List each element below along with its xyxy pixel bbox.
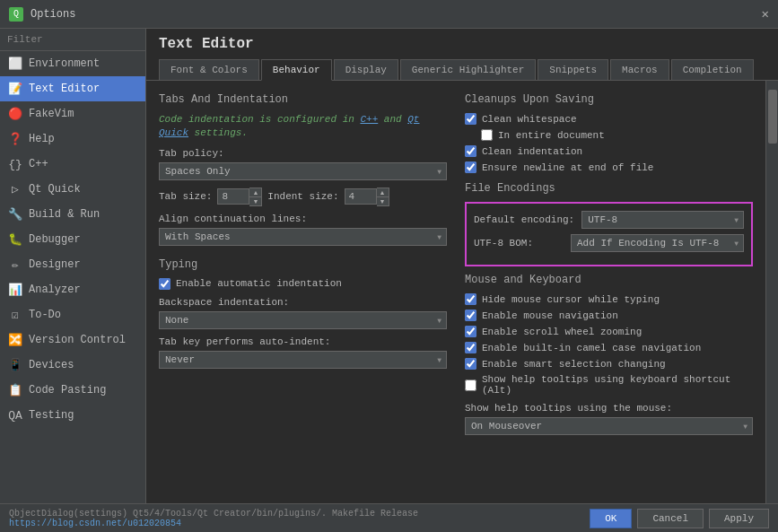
utf8-bom-select[interactable]: Add If Encoding Is UTF-8 Always Add Alwa… bbox=[571, 234, 744, 252]
tab-size-up[interactable]: ▲ bbox=[249, 188, 261, 197]
indent-size-input[interactable] bbox=[345, 188, 377, 205]
sidebar-item-code-pasting[interactable]: 📋Code Pasting bbox=[0, 378, 145, 403]
apply-button[interactable]: Apply bbox=[709, 509, 769, 528]
auto-indent-label: Enable automatic indentation bbox=[176, 278, 342, 289]
enable-smart-selection-row: Enable smart selection changing bbox=[465, 358, 753, 370]
tab-size-input[interactable] bbox=[217, 188, 249, 205]
align-continuation-select[interactable]: With Spaces With Tabs None bbox=[159, 228, 447, 246]
sidebar-item-devices[interactable]: 📱Devices bbox=[0, 353, 145, 378]
title-bar: Q Options ✕ bbox=[0, 0, 778, 29]
sidebar-item-environment[interactable]: ⬜Environment bbox=[0, 51, 145, 76]
enable-smart-selection-checkbox[interactable] bbox=[465, 358, 476, 370]
tab-size-label: Tab size: bbox=[159, 191, 212, 202]
fakevim-icon: 🔴 bbox=[7, 106, 23, 122]
content-header: Text Editor Font & ColorsBehaviorDisplay… bbox=[146, 29, 778, 81]
sidebar-item-testing[interactable]: QATesting bbox=[0, 403, 145, 428]
indent-size-up[interactable]: ▲ bbox=[377, 188, 389, 197]
sidebar-item-fakevim[interactable]: 🔴FakeVim bbox=[0, 101, 145, 126]
tab-display[interactable]: Display bbox=[334, 59, 398, 80]
panel-content: Tabs And Indentation Code indentation is… bbox=[146, 81, 778, 503]
cpp-link[interactable]: C++ bbox=[360, 114, 378, 125]
clean-whitespace-checkbox[interactable] bbox=[465, 113, 476, 125]
tab-completion[interactable]: Completion bbox=[671, 59, 754, 80]
typing-section-title: Typing bbox=[159, 258, 447, 271]
sidebar-item-label-todo: To-Do bbox=[29, 309, 61, 321]
sidebar-item-qt-quick[interactable]: ▷Qt Quick bbox=[0, 177, 145, 202]
indent-size-spinner: ▲ ▼ bbox=[377, 188, 389, 206]
app-icon: Q bbox=[9, 7, 23, 22]
sidebar-item-label-devices: Devices bbox=[29, 359, 74, 371]
tab-size-down[interactable]: ▼ bbox=[249, 197, 261, 205]
hide-mouse-cursor-checkbox[interactable] bbox=[465, 293, 476, 305]
cpp-icon: {} bbox=[7, 156, 23, 172]
tabs-indentation-title: Tabs And Indentation bbox=[159, 93, 447, 106]
show-tooltips-keyboard-checkbox[interactable] bbox=[465, 379, 476, 391]
sidebar-item-designer[interactable]: ✏️Designer bbox=[0, 252, 145, 277]
cancel-button[interactable]: Cancel bbox=[637, 509, 704, 528]
bottom-buttons: OK Cancel Apply bbox=[590, 509, 769, 528]
tab-generic-highlighter[interactable]: Generic Highlighter bbox=[400, 59, 536, 80]
sidebar-item-label-qt-quick: Qt Quick bbox=[29, 183, 81, 196]
tab-policy-select[interactable]: Spaces Only Tabs Only Mixed bbox=[159, 162, 447, 180]
backspace-select-wrapper: None Unindent Follow Previous Indentatio… bbox=[159, 311, 447, 329]
left-column: Tabs And Indentation Code indentation is… bbox=[159, 90, 447, 435]
enable-mouse-nav-checkbox[interactable] bbox=[465, 310, 476, 321]
default-encoding-select[interactable]: UTF-8 UTF-16 ISO-8859-1 bbox=[581, 211, 744, 229]
tab-bar: Font & ColorsBehaviorDisplayGeneric High… bbox=[159, 59, 765, 80]
two-columns: Tabs And Indentation Code indentation is… bbox=[159, 90, 753, 435]
close-button[interactable]: ✕ bbox=[762, 6, 769, 22]
tab-behavior[interactable]: Behavior bbox=[261, 59, 332, 81]
panel-inner: Tabs And Indentation Code indentation is… bbox=[146, 81, 765, 503]
auto-indent-checkbox[interactable] bbox=[159, 278, 170, 290]
mouse-keyboard-title: Mouse and Keyboard bbox=[465, 274, 753, 286]
sidebar-item-text-editor[interactable]: 📝Text Editor bbox=[0, 76, 145, 101]
sidebar-item-debugger[interactable]: 🐛Debugger bbox=[0, 227, 145, 252]
sidebar-item-version-control[interactable]: 🔀Version Control bbox=[0, 327, 145, 353]
sidebar-item-label-help: Help bbox=[29, 133, 55, 145]
show-tooltips-keyboard-label: Show help tooltips using keyboard shortc… bbox=[482, 374, 753, 396]
scrollbar[interactable] bbox=[765, 81, 778, 503]
content-area: Text Editor Font & ColorsBehaviorDisplay… bbox=[146, 29, 778, 503]
window-title: Options bbox=[31, 8, 762, 21]
qtquick-link[interactable]: Qt Quick bbox=[159, 114, 419, 138]
enable-mouse-nav-row: Enable mouse navigation bbox=[465, 310, 753, 321]
sidebar-item-label-environment: Environment bbox=[29, 57, 100, 70]
tab-font-colors[interactable]: Font & Colors bbox=[159, 59, 259, 80]
enable-camel-case-row: Enable built-in camel case navigation bbox=[465, 342, 753, 353]
tab-snippets[interactable]: Snippets bbox=[538, 59, 608, 80]
clean-indentation-label: Clean indentation bbox=[482, 146, 582, 157]
indent-size-down[interactable]: ▼ bbox=[377, 197, 389, 205]
url-text: https://blog.csdn.net/u012020854 bbox=[9, 519, 181, 528]
clean-indentation-checkbox[interactable] bbox=[465, 145, 476, 157]
sidebar-item-cpp[interactable]: {}C++ bbox=[0, 152, 145, 177]
ensure-newline-checkbox[interactable] bbox=[465, 161, 476, 173]
enable-scroll-wheel-label: Enable scroll wheel zooming bbox=[482, 327, 642, 337]
sidebar-item-todo[interactable]: ☑To-Do bbox=[0, 302, 145, 327]
sidebar-item-build-run[interactable]: 🔧Build & Run bbox=[0, 202, 145, 227]
tab-indent-row: Tab size: ▲ ▼ Indent size: bbox=[159, 188, 447, 206]
default-encoding-row: Default encoding: UTF-8 UTF-16 ISO-8859-… bbox=[474, 211, 744, 229]
auto-indent-row: Enable automatic indentation bbox=[159, 278, 447, 290]
entire-document-checkbox[interactable] bbox=[481, 129, 493, 141]
sidebar-item-help[interactable]: ❓Help bbox=[0, 126, 145, 152]
tab-macros[interactable]: Macros bbox=[610, 59, 669, 80]
enable-camel-case-checkbox[interactable] bbox=[465, 342, 476, 353]
entire-document-label: In entire document bbox=[498, 130, 605, 141]
sidebar-item-label-version-control: Version Control bbox=[29, 334, 126, 346]
devices-icon: 📱 bbox=[7, 357, 23, 373]
sidebar-item-label-designer: Designer bbox=[29, 258, 81, 271]
right-column: Cleanups Upon Saving Clean whitespace In… bbox=[465, 90, 753, 435]
hide-mouse-cursor-row: Hide mouse cursor while typing bbox=[465, 293, 753, 305]
tab-key-select[interactable]: Never Always In Leading White Space bbox=[159, 351, 447, 369]
tab-policy-select-wrapper: Spaces Only Tabs Only Mixed bbox=[159, 162, 447, 180]
qt-quick-icon: ▷ bbox=[7, 181, 23, 197]
show-tooltips-mouse-select[interactable]: On Mouseover Never On Shift+Mouseover bbox=[465, 417, 753, 435]
ok-button[interactable]: OK bbox=[590, 509, 632, 528]
enable-scroll-wheel-checkbox[interactable] bbox=[465, 326, 476, 337]
utf8-bom-select-wrapper: Add If Encoding Is UTF-8 Always Add Alwa… bbox=[571, 234, 744, 252]
sidebar-item-analyzer[interactable]: 📊Analyzer bbox=[0, 277, 145, 302]
help-icon: ❓ bbox=[7, 131, 23, 147]
enable-scroll-wheel-row: Enable scroll wheel zooming bbox=[465, 326, 753, 337]
clean-indentation-row: Clean indentation bbox=[465, 145, 753, 157]
backspace-select[interactable]: None Unindent Follow Previous Indentatio… bbox=[159, 311, 447, 329]
